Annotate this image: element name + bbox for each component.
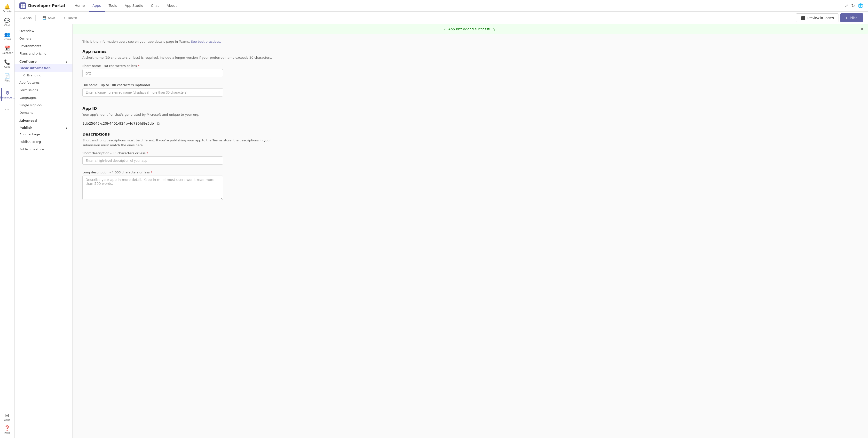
success-banner: ✓ App bnz added successfully × [73, 24, 868, 34]
sidebar-section-configure[interactable]: Configure ∨ [14, 57, 72, 64]
app-names-title: App names [83, 49, 281, 54]
long-desc-required: * [151, 171, 152, 174]
branding-circle-icon [23, 75, 25, 77]
sidebar-item-publish-to-store[interactable]: Publish to store [14, 146, 72, 153]
main-content: ✓ App bnz added successfully × This is t… [73, 24, 868, 438]
preview-button[interactable]: ⬛ Preview in Teams [796, 13, 838, 22]
app-names-description: A short name (30 characters or less) is … [83, 55, 281, 60]
short-name-input[interactable] [83, 69, 223, 77]
sidebar-item-basic-information[interactable]: Basic information [14, 64, 72, 72]
rail-item-calls[interactable]: 📞 Calls [1, 57, 13, 70]
sidebar-item-app-package[interactable]: App package [14, 130, 72, 138]
save-icon: 💾 [42, 16, 46, 20]
nav-apps[interactable]: Apps [89, 0, 105, 12]
rail-separator-2 [3, 103, 12, 103]
app-id-title: App ID [83, 106, 281, 111]
advanced-chevron-icon: › [66, 119, 68, 122]
page-subtitle: This is the information users see on you… [83, 40, 281, 43]
long-description-field: Long description - 4,000 characters or l… [83, 171, 281, 201]
required-marker: * [138, 64, 140, 68]
sidebar-item-app-features[interactable]: App features [14, 79, 72, 86]
brand-icon [20, 2, 26, 9]
toolbar-divider [35, 15, 36, 21]
full-name-input[interactable] [83, 88, 223, 96]
best-practices-link[interactable]: See best practices. [191, 40, 221, 43]
brand-name: Developer Portal [28, 3, 65, 8]
short-name-field: Short name - 30 characters or less * [83, 64, 281, 81]
sidebar-item-publish-to-org[interactable]: Publish to org [14, 138, 72, 146]
short-desc-required: * [147, 151, 148, 155]
rail-item-activity[interactable]: 🔔 Activity [1, 2, 13, 15]
nav-links: Home Apps Tools App Studio Chat About [71, 0, 181, 12]
chat-icon: 💬 [4, 18, 10, 24]
sidebar-item-branding[interactable]: Branding [14, 72, 72, 79]
descriptions-description: Short and long descriptions must be diff… [83, 138, 281, 147]
rail-item-help[interactable]: ❓ Help [1, 423, 13, 436]
app-id-description: Your app's identifier that's generated b… [83, 112, 281, 117]
svg-rect-3 [23, 6, 25, 8]
sidebar-item-languages[interactable]: Languages [14, 94, 72, 101]
configure-chevron-icon: ∨ [65, 60, 68, 63]
nav-tools[interactable]: Tools [105, 0, 121, 12]
nav-screen-share-icon[interactable]: ⤢ [845, 3, 848, 8]
nav-app-studio[interactable]: App Studio [121, 0, 147, 12]
long-description-input[interactable] [83, 176, 223, 200]
files-icon: 📄 [4, 73, 10, 79]
copy-app-id-button[interactable]: ⧉ [156, 121, 160, 126]
left-rail: 🔔 Activity 💬 Chat 👥 Teams 📅 Calendar 📞 C… [0, 0, 14, 438]
save-button[interactable]: 💾 Save [39, 14, 58, 21]
teams-logo-icon: ⬛ [801, 16, 805, 20]
rail-item-chat[interactable]: 💬 Chat [1, 16, 13, 29]
apps-grid-icon: ⊞ [5, 412, 9, 418]
sidebar-section-advanced[interactable]: Advanced › [14, 116, 72, 123]
revert-icon: ↩ [64, 16, 66, 20]
nav-globe-icon[interactable]: 🌐 [858, 3, 863, 8]
banner-close-button[interactable]: × [861, 27, 863, 31]
app-id-row: 2db25645-c20f-4401-924b-4d795fd8e5db ⧉ [83, 121, 281, 126]
toolbar-right: ⬛ Preview in Teams Publish [796, 13, 863, 22]
nav-chat[interactable]: Chat [147, 0, 163, 12]
content-area: Overview Owners Environments Plans and p… [14, 24, 868, 438]
teams-icon: 👥 [4, 32, 10, 37]
rail-item-calendar[interactable]: 📅 Calendar [1, 43, 13, 56]
publish-chevron-icon: ∨ [65, 126, 68, 129]
nav-about[interactable]: About [163, 0, 181, 12]
rail-item-more[interactable]: ··· [1, 105, 13, 115]
sidebar: Overview Owners Environments Plans and p… [14, 24, 73, 438]
publish-button[interactable]: Publish [840, 13, 863, 22]
svg-rect-0 [21, 4, 23, 6]
sidebar-item-overview[interactable]: Overview [14, 27, 72, 35]
revert-button[interactable]: ↩ Revert [61, 14, 80, 21]
rail-item-files[interactable]: 📄 Files [1, 71, 13, 84]
rail-item-apps[interactable]: ⊞ Apps [1, 410, 13, 423]
success-check-icon: ✓ [443, 27, 446, 31]
brand: Developer Portal [20, 2, 65, 9]
full-name-label: Full name - up to 100 characters (option… [83, 83, 281, 87]
rail-item-developer[interactable]: ⚙ Developer... [1, 88, 13, 101]
copy-icon: ⧉ [157, 121, 159, 125]
rail-item-teams[interactable]: 👥 Teams [1, 30, 13, 42]
nav-refresh-icon[interactable]: ↻ [851, 3, 855, 8]
calls-icon: 📞 [4, 59, 10, 65]
short-description-input[interactable] [83, 156, 223, 165]
success-banner-content: ✓ App bnz added successfully [78, 27, 861, 31]
activity-icon: 🔔 [4, 4, 10, 10]
top-nav: Developer Portal Home Apps Tools App Stu… [14, 0, 868, 12]
help-icon: ❓ [4, 425, 10, 431]
sidebar-item-environments[interactable]: Environments [14, 42, 72, 50]
sidebar-item-domains[interactable]: Domains [14, 109, 72, 116]
more-icon: ··· [5, 107, 9, 113]
sidebar-item-owners[interactable]: Owners [14, 35, 72, 42]
long-description-label: Long description - 4,000 characters or l… [83, 171, 281, 174]
sidebar-item-plans-pricing[interactable]: Plans and pricing [14, 50, 72, 57]
sidebar-item-single-sign-on[interactable]: Single sign-on [14, 101, 72, 109]
descriptions-title: Descriptions [83, 132, 281, 137]
nav-home[interactable]: Home [71, 0, 88, 12]
back-button[interactable]: ← Apps [20, 16, 31, 20]
rail-bottom: ⊞ Apps ❓ Help [1, 410, 13, 436]
success-message: App bnz added successfully [448, 27, 495, 31]
developer-icon: ⚙ [5, 90, 10, 96]
sidebar-item-permissions[interactable]: Permissions [14, 86, 72, 94]
sidebar-section-publish[interactable]: Publish ∨ [14, 123, 72, 130]
app-id-value: 2db25645-c20f-4401-924b-4d795fd8e5db [83, 121, 154, 125]
